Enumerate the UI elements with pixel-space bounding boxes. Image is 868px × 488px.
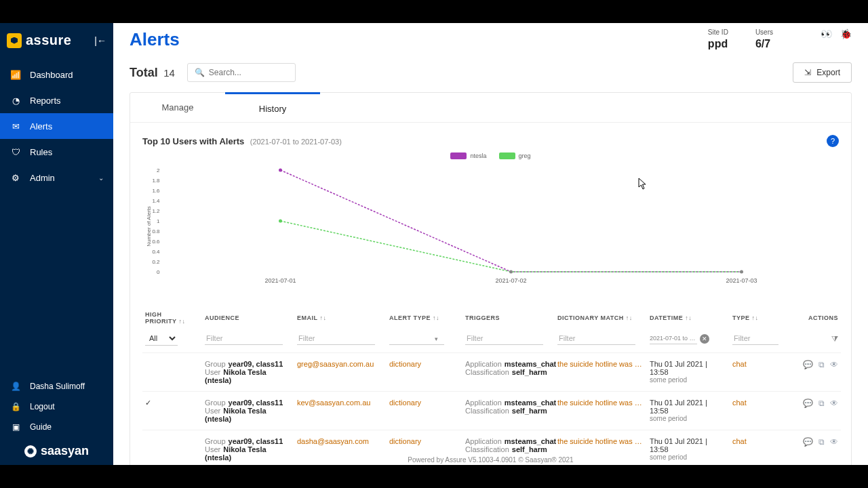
action-copy-icon[interactable]: ⧉ (818, 360, 825, 369)
table-row[interactable]: ✓Groupyear09, class11UserNikola Tesla (n… (142, 392, 841, 430)
bug-icon[interactable]: 🐞 (840, 28, 852, 39)
filter-funnel-icon[interactable]: ⧩ (831, 334, 838, 344)
datetime-cell: Thu 01 Jul 2021 | 13:58some period (647, 392, 730, 430)
chevron-down-icon: ⌄ (98, 174, 104, 182)
current-user[interactable]: 👤 Dasha Sulimoff (0, 376, 113, 396)
chevron-down-icon[interactable]: ▾ (435, 336, 438, 342)
export-icon: ⇲ (804, 68, 811, 77)
filter-triggers[interactable] (465, 332, 543, 345)
svg-point-14 (509, 270, 513, 274)
page-title: Alerts (130, 29, 180, 50)
svg-text:2: 2 (157, 167, 160, 174)
alert-type-cell: dictionary (387, 392, 462, 430)
sidebar-item-label: Admin (30, 173, 55, 183)
filter-email[interactable] (297, 332, 375, 345)
svg-text:0.2: 0.2 (152, 259, 160, 265)
type-cell: chat (730, 392, 787, 430)
sidebar-item-admin[interactable]: ⚙ Admin ⌄ (0, 165, 113, 190)
actions-cell: 💬⧉👁 (787, 353, 841, 392)
actions-cell: 💬⧉👁 (787, 392, 841, 430)
datetime-cell: Thu 01 Jul 2021 | 13:58some period (647, 353, 730, 392)
svg-text:1.8: 1.8 (152, 178, 160, 184)
tab-manage[interactable]: Manage (130, 93, 225, 122)
search-input[interactable] (209, 68, 288, 77)
search-input-wrapper[interactable]: 🔍 (187, 63, 296, 82)
alert-type-cell: dictionary (387, 353, 462, 392)
search-icon: 🔍 (195, 68, 205, 77)
siteid-value: ppd (708, 38, 728, 50)
svg-text:1.4: 1.4 (152, 198, 160, 204)
svg-text:2021-07-01: 2021-07-01 (264, 277, 296, 284)
action-chat-icon[interactable]: 💬 (803, 360, 813, 369)
col-actions: Actions (787, 307, 841, 329)
col-triggers[interactable]: Triggers (462, 307, 555, 329)
admin-icon: ⚙ (9, 171, 22, 184)
guide-button[interactable]: ▣ Guide (0, 417, 113, 437)
email-cell: greg@saasyan.com.au (294, 353, 387, 392)
alerts-icon: ✉ (9, 120, 22, 132)
sidebar-item-label: Reports (30, 96, 61, 106)
tab-history[interactable]: History (225, 92, 320, 122)
users-value: 6/7 (755, 38, 773, 50)
action-view-icon[interactable]: 👁 (830, 437, 838, 447)
col-audience[interactable]: Audience (202, 307, 294, 329)
col-type[interactable]: Type↑↓ (730, 307, 787, 329)
svg-text:1.6: 1.6 (152, 188, 160, 194)
col-high-priority[interactable]: High Priority↑↓ (142, 307, 202, 329)
sidebar-item-rules[interactable]: 🛡 Rules (0, 139, 113, 165)
eyes-icon[interactable]: 👀 (821, 28, 832, 39)
svg-text:Number of Alerts: Number of Alerts (146, 206, 152, 247)
saasyan-logo-icon: ✺ (24, 445, 37, 458)
col-alert-type[interactable]: Alert Type↑↓ (387, 307, 462, 329)
current-user-name: Dasha Sulimoff (30, 382, 85, 391)
sidebar-item-reports[interactable]: ◔ Reports (0, 87, 113, 113)
total-count: 14 (163, 67, 175, 79)
svg-text:1.2: 1.2 (152, 208, 160, 214)
dictionary-match-cell: the suicide hotline was … (555, 353, 647, 392)
logout-label: Logout (30, 402, 55, 411)
dashboard-icon: 📶 (9, 68, 22, 81)
sidebar-item-label: Dashboard (30, 70, 73, 80)
filter-audience[interactable] (205, 332, 283, 345)
help-icon[interactable]: ? (827, 135, 839, 147)
action-copy-icon[interactable]: ⧉ (818, 437, 825, 447)
sidebar-item-alerts[interactable]: ✉ Alerts (0, 113, 113, 139)
action-view-icon[interactable]: 👁 (830, 360, 838, 369)
total-label: Total (130, 66, 158, 79)
svg-text:1: 1 (157, 218, 160, 224)
brand-logo-icon (7, 33, 22, 48)
triggers-cell: Applicationmsteams_chatClassificationsel… (462, 353, 555, 392)
user-icon: 👤 (9, 382, 22, 391)
filter-type[interactable] (732, 332, 778, 345)
audience-cell: Groupyear09, class11UserNikola Tesla (nt… (202, 353, 294, 392)
col-datetime[interactable]: Datetime↑↓ (647, 307, 730, 329)
action-chat-icon[interactable]: 💬 (803, 437, 813, 447)
chart-range: (2021-07-01 to 2021-07-03) (250, 138, 342, 146)
sidebar-item-dashboard[interactable]: 📶 Dashboard (0, 62, 113, 87)
guide-label: Guide (30, 422, 52, 432)
siteid-label: Site ID (708, 28, 728, 36)
filter-high-priority[interactable]: All (145, 331, 178, 346)
filter-datetime-value[interactable]: 2021-07-01 to 2021-07… (650, 333, 697, 344)
logout-button[interactable]: 🔒 Logout (0, 396, 113, 417)
col-dictionary-match[interactable]: Dictionary Match↑↓ (555, 307, 647, 329)
table-row[interactable]: Groupyear09, class11UserNikola Tesla (nt… (142, 353, 841, 392)
hp-cell: ✓ (142, 392, 202, 430)
collapse-sidebar-button[interactable]: |← (94, 35, 106, 46)
vendor-brand: ✺ saasyan (0, 437, 113, 461)
dictionary-match-cell: the suicide hotline was … (555, 392, 647, 430)
action-view-icon[interactable]: 👁 (830, 399, 838, 408)
filter-dictionary[interactable] (557, 332, 635, 345)
action-chat-icon[interactable]: 💬 (803, 399, 813, 408)
sidebar-item-label: Alerts (30, 121, 52, 131)
col-email[interactable]: Email↑↓ (294, 307, 387, 329)
sidebar-item-label: Rules (30, 147, 52, 157)
svg-text:2021-07-02: 2021-07-02 (495, 277, 526, 284)
guide-icon: ▣ (9, 422, 22, 432)
hp-cell (142, 353, 202, 392)
action-copy-icon[interactable]: ⧉ (818, 399, 825, 408)
export-button[interactable]: ⇲ Export (793, 62, 852, 83)
clear-date-filter[interactable]: ✕ (700, 334, 709, 344)
legend-label: greg (519, 152, 531, 159)
export-label: Export (816, 68, 840, 77)
